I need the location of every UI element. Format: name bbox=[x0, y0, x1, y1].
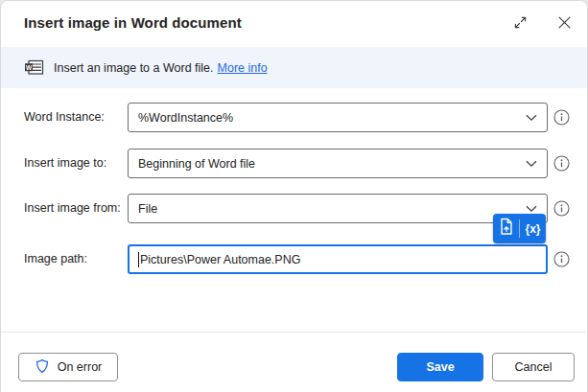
dialog-header: Insert image in Word document bbox=[1, 1, 587, 47]
text-cursor bbox=[138, 252, 139, 267]
action-description-band: W Insert an image to a Word file. More i… bbox=[1, 47, 587, 88]
insert-image-to-info-button[interactable] bbox=[553, 155, 570, 172]
more-info-link[interactable]: More info bbox=[218, 61, 268, 75]
save-label: Save bbox=[426, 360, 454, 374]
insert-image-from-info-button[interactable] bbox=[553, 200, 570, 217]
word-instance-value: %WordInstance% bbox=[138, 111, 518, 125]
insert-image-to-dropdown[interactable]: Beginning of Word file bbox=[128, 149, 548, 178]
close-dialog-button[interactable] bbox=[553, 12, 576, 35]
expand-dialog-button[interactable] bbox=[508, 12, 531, 35]
on-error-label: On error bbox=[58, 360, 103, 374]
insert-image-to-label: Insert image to: bbox=[24, 149, 126, 178]
on-error-button[interactable]: On error bbox=[18, 353, 118, 381]
cancel-button[interactable]: Cancel bbox=[492, 353, 575, 381]
dialog-title: Insert image in Word document bbox=[24, 14, 242, 31]
variable-picker-button[interactable]: {x} bbox=[522, 216, 545, 242]
insert-image-word-dialog: Insert image in Word document bbox=[0, 0, 588, 392]
variable-picker-icon: {x} bbox=[525, 222, 540, 236]
chevron-down-icon bbox=[526, 160, 537, 168]
cancel-label: Cancel bbox=[515, 360, 553, 374]
action-description: Insert an image to a Word file. bbox=[54, 61, 214, 75]
file-upload-icon bbox=[499, 218, 514, 240]
svg-text:W: W bbox=[26, 64, 33, 71]
insert-image-to-value: Beginning of Word file bbox=[138, 157, 518, 171]
input-helper-toolbar: {x} bbox=[493, 214, 546, 243]
toolbar-divider bbox=[519, 219, 520, 238]
word-instance-info-button[interactable] bbox=[553, 109, 570, 126]
shield-icon bbox=[35, 358, 50, 377]
image-path-info-button[interactable] bbox=[553, 251, 570, 267]
save-button[interactable]: Save bbox=[397, 353, 483, 381]
image-path-input[interactable]: Pictures\Power Automae.PNG bbox=[128, 244, 548, 274]
image-path-label: Image path: bbox=[24, 244, 126, 274]
chevron-down-icon bbox=[526, 114, 537, 122]
close-icon bbox=[558, 15, 571, 33]
chevron-down-icon bbox=[526, 205, 537, 213]
insert-image-from-value: File bbox=[138, 202, 518, 216]
image-path-value: Pictures\Power Automae.PNG bbox=[140, 253, 537, 266]
word-document-icon: W bbox=[24, 59, 44, 76]
insert-image-from-label: Insert image from: bbox=[24, 194, 126, 223]
insert-image-from-dropdown[interactable]: File bbox=[128, 194, 548, 223]
word-instance-label: Word Instance: bbox=[24, 103, 126, 132]
expand-icon bbox=[513, 15, 528, 34]
word-instance-dropdown[interactable]: %WordInstance% bbox=[128, 103, 548, 132]
select-file-button[interactable] bbox=[495, 216, 518, 242]
footer-divider bbox=[1, 332, 587, 333]
